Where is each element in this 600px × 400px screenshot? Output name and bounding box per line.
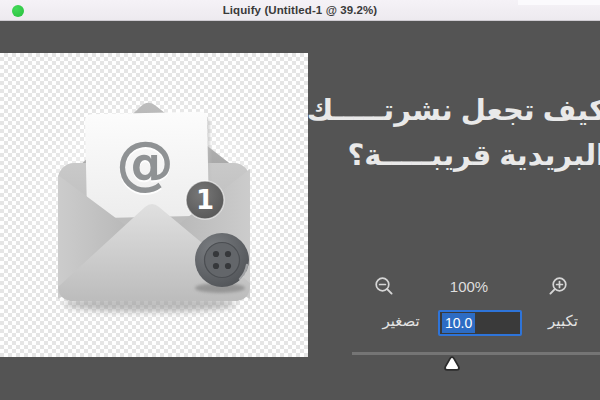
window-traffic-light-green[interactable]	[12, 5, 24, 17]
headline-arabic: كيف تجعل نشرتـــــك البريدية قريبـــــة؟	[307, 88, 600, 178]
at-symbol: @	[116, 129, 174, 197]
zoom-out-button[interactable]	[374, 276, 396, 298]
headline-line-2: البريدية قريبـــــة؟	[307, 133, 600, 178]
button-inner	[205, 243, 240, 278]
magnification-input-selected-text: 10.0	[442, 313, 475, 333]
notification-badge-count: 1	[196, 185, 214, 215]
zoom-out-label: تصغير	[368, 312, 434, 330]
zoom-in-button[interactable]	[546, 276, 568, 298]
background-window-edge	[518, 0, 600, 5]
zoom-in-label: تكبير	[532, 312, 594, 330]
zoom-slider-thumb[interactable]	[442, 355, 462, 373]
zoom-slider-track[interactable]	[352, 352, 600, 355]
button-hole	[225, 263, 231, 269]
button-hole	[225, 251, 231, 257]
window-title: Liquify (Untitled-1 @ 39.2%)	[223, 4, 378, 16]
titlebar: Liquify (Untitled-1 @ 39.2%)	[0, 0, 600, 21]
envelope-3d-illustration: @ @ 1	[0, 53, 308, 357]
zoom-percent-label: 100%	[436, 278, 502, 295]
magnification-input[interactable]: 10.0	[438, 310, 522, 336]
liquify-dialog-window: @ @ 1 كيف تجعل نشرتـــــك البريدية قريبـ…	[0, 0, 600, 400]
button-hole	[213, 263, 219, 269]
headline-line-1: كيف تجعل نشرتـــــك	[307, 88, 600, 133]
slider-thumb-triangle-icon	[442, 355, 462, 373]
magnifier-plus-icon	[546, 276, 568, 298]
liquify-canvas[interactable]: @ @ 1	[0, 53, 308, 357]
button-hole	[213, 251, 219, 257]
magnifier-minus-icon	[374, 276, 396, 298]
